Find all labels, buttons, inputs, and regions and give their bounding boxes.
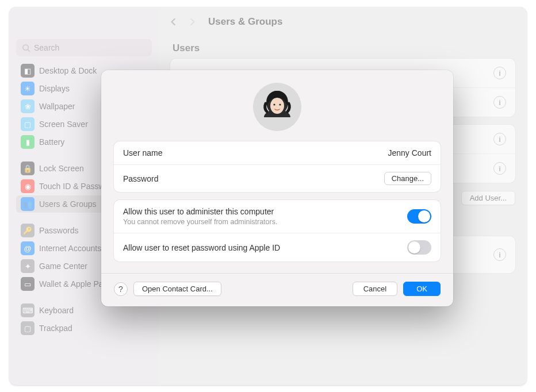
change-password-button[interactable]: Change... [384, 172, 431, 185]
admin-row: Allow this user to administer this compu… [114, 200, 441, 233]
reset-toggle[interactable] [407, 240, 431, 255]
modal-divider [101, 273, 453, 274]
user-info-panel: User name Jenny Court Password Change... [114, 141, 441, 192]
svg-point-6 [273, 103, 275, 105]
user-detail-sheet: User name Jenny Court Password Change...… [101, 70, 453, 306]
admin-subtext: You cannot remove yourself from administ… [123, 218, 277, 226]
admin-toggle[interactable] [407, 209, 431, 224]
svg-point-7 [279, 103, 281, 105]
admin-label: Allow this user to administer this compu… [123, 207, 277, 216]
permissions-panel: Allow this user to administer this compu… [114, 200, 441, 262]
modal-footer: ? Open Contact Card... Cancel OK [114, 282, 441, 296]
reset-label: Allow user to reset password using Apple… [123, 243, 280, 252]
open-contact-card-button[interactable]: Open Contact Card... [133, 282, 221, 296]
user-avatar[interactable] [253, 83, 301, 131]
username-label: User name [123, 148, 162, 157]
cancel-button[interactable]: Cancel [353, 282, 397, 296]
avatar-memoji [253, 83, 301, 131]
svg-point-5 [270, 98, 284, 114]
system-settings-window: ◧Desktop & Dock ☀Displays ❀Wallpaper ▢Sc… [9, 7, 527, 385]
password-label: Password [123, 174, 158, 183]
help-button[interactable]: ? [114, 282, 128, 296]
username-row: User name Jenny Court [114, 141, 441, 165]
reset-password-row: Allow user to reset password using Apple… [114, 233, 441, 262]
password-row: Password Change... [114, 165, 441, 192]
ok-button[interactable]: OK [403, 282, 441, 296]
username-value: Jenny Court [388, 148, 431, 157]
